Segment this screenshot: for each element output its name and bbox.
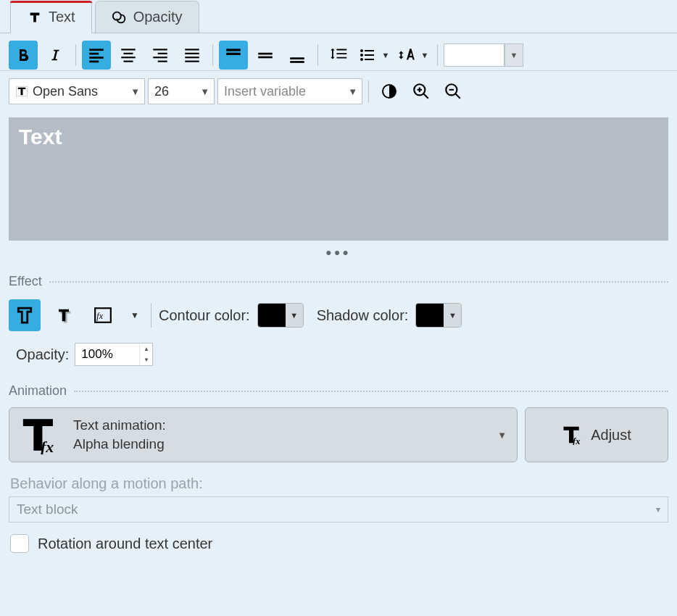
valign-middle-button[interactable] bbox=[251, 41, 280, 70]
contour-color-swatch bbox=[258, 304, 286, 327]
align-right-button[interactable] bbox=[146, 41, 175, 70]
svg-text:fx: fx bbox=[96, 311, 103, 321]
color-dropdown[interactable]: ▼ bbox=[504, 43, 523, 67]
svg-rect-18 bbox=[226, 52, 241, 54]
font-icon bbox=[15, 85, 28, 98]
animation-select[interactable]: fx Text animation: Alpha blending ▼ bbox=[9, 407, 518, 462]
color-swatch[interactable] bbox=[444, 43, 504, 67]
opacity-value[interactable] bbox=[75, 344, 139, 365]
font-family-select[interactable]: Open Sans ▼ bbox=[9, 78, 145, 104]
italic-button[interactable] bbox=[41, 41, 70, 70]
chevron-down-icon: ▼ bbox=[130, 86, 140, 97]
text-preview[interactable]: Text bbox=[9, 117, 668, 241]
contour-color-label: Contour color: bbox=[159, 307, 250, 324]
svg-rect-28 bbox=[365, 59, 374, 60]
chevron-down-icon: ▼ bbox=[200, 86, 209, 97]
separator bbox=[75, 44, 76, 66]
zoom-out-button[interactable] bbox=[439, 77, 468, 106]
opacity-input[interactable]: ▲ ▼ bbox=[75, 343, 153, 366]
font-size-select[interactable]: 26 ▼ bbox=[148, 78, 215, 104]
svg-rect-19 bbox=[258, 52, 273, 54]
svg-text:fx: fx bbox=[41, 438, 54, 454]
shadow-color-picker[interactable]: ▼ bbox=[415, 303, 462, 328]
contrast-button[interactable] bbox=[375, 77, 404, 106]
effect-header: Effect bbox=[0, 274, 677, 289]
svg-rect-4 bbox=[89, 60, 99, 62]
shadow-color-swatch bbox=[416, 304, 444, 327]
list-button[interactable] bbox=[356, 41, 379, 70]
opacity-label: Opacity: bbox=[16, 346, 69, 363]
contour-color-picker[interactable]: ▼ bbox=[257, 303, 304, 328]
tab-opacity[interactable]: Opacity bbox=[95, 1, 199, 33]
tab-text[interactable]: Text bbox=[10, 1, 92, 33]
svg-rect-15 bbox=[185, 57, 199, 58]
chevron-down-icon: ▼ bbox=[497, 430, 507, 441]
valign-top-button[interactable] bbox=[219, 41, 248, 70]
text-fx-icon: fx bbox=[562, 425, 583, 445]
animation-header: Animation bbox=[0, 383, 677, 399]
tab-opacity-label: Opacity bbox=[133, 9, 183, 25]
svg-point-24 bbox=[360, 54, 363, 57]
svg-rect-3 bbox=[89, 57, 104, 59]
chevron-down-icon: ▼ bbox=[348, 86, 357, 97]
spin-up[interactable]: ▲ bbox=[140, 344, 152, 354]
svg-rect-1 bbox=[89, 49, 104, 51]
format-toolbar: ▼ ▼ ▼ bbox=[0, 33, 677, 71]
svg-rect-9 bbox=[153, 49, 167, 50]
effect-dropdown[interactable]: ▼ bbox=[126, 299, 144, 331]
valign-bottom-button[interactable] bbox=[283, 41, 312, 70]
align-justify-button[interactable] bbox=[178, 41, 207, 70]
svg-rect-20 bbox=[258, 56, 273, 58]
svg-rect-11 bbox=[153, 57, 167, 58]
line-spacing-button[interactable] bbox=[324, 41, 353, 70]
svg-rect-8 bbox=[124, 60, 133, 62]
behavior-select[interactable]: Text block ▾ bbox=[9, 496, 668, 523]
effect-shadow-button[interactable] bbox=[48, 299, 80, 331]
separator bbox=[212, 44, 213, 66]
list-dropdown[interactable]: ▼ bbox=[379, 41, 392, 70]
align-center-button[interactable] bbox=[114, 41, 143, 70]
animation-row: fx Text animation: Alpha blending ▼ fx A… bbox=[0, 399, 677, 475]
effect-header-label: Effect bbox=[9, 274, 42, 289]
svg-rect-7 bbox=[121, 57, 136, 58]
opacity-row: Opacity: ▲ ▼ bbox=[0, 336, 677, 379]
svg-rect-16 bbox=[185, 60, 199, 62]
rotation-checkbox-row: Rotation around text center bbox=[0, 533, 677, 554]
svg-rect-6 bbox=[124, 52, 133, 54]
tab-text-label: Text bbox=[49, 9, 75, 25]
svg-rect-22 bbox=[290, 61, 304, 63]
behavior-value: Text block bbox=[17, 501, 78, 517]
svg-point-25 bbox=[360, 58, 363, 61]
svg-rect-14 bbox=[185, 52, 199, 54]
effect-toolbar: fx ▼ Contour color: ▼ Shadow color: ▼ bbox=[0, 289, 677, 336]
svg-rect-21 bbox=[290, 57, 304, 59]
svg-rect-26 bbox=[365, 50, 374, 51]
bold-button[interactable] bbox=[9, 41, 38, 70]
expand-handle[interactable]: ••• bbox=[0, 241, 677, 270]
svg-text:fx: fx bbox=[573, 436, 580, 446]
effect-outline-button[interactable] bbox=[9, 299, 41, 331]
shadow-color-label: Shadow color: bbox=[317, 307, 409, 324]
effect-fx-button[interactable]: fx bbox=[87, 299, 119, 331]
svg-rect-13 bbox=[185, 49, 199, 50]
svg-rect-12 bbox=[158, 60, 167, 62]
svg-rect-27 bbox=[365, 54, 374, 56]
zoom-in-button[interactable] bbox=[407, 77, 436, 106]
animation-value: Alpha blending bbox=[73, 435, 486, 454]
rotation-checkbox[interactable] bbox=[10, 534, 29, 553]
separator bbox=[151, 303, 151, 328]
insert-variable-label: Insert variable bbox=[224, 84, 306, 99]
separator bbox=[317, 44, 318, 66]
animation-header-label: Animation bbox=[9, 383, 67, 399]
chevron-down-icon: ▼ bbox=[444, 304, 461, 327]
tab-bar: Text Opacity bbox=[0, 0, 677, 33]
insert-variable-select[interactable]: Insert variable ▼ bbox=[217, 78, 362, 104]
font-toolbar: Open Sans ▼ 26 ▼ Insert variable ▼ bbox=[0, 71, 677, 112]
align-left-button[interactable] bbox=[82, 41, 111, 70]
font-size-value: 26 bbox=[154, 84, 169, 99]
spin-down[interactable]: ▼ bbox=[140, 354, 152, 365]
adjust-button[interactable]: fx Adjust bbox=[525, 407, 668, 462]
font-size-dropdown[interactable]: ▼ bbox=[418, 41, 431, 70]
text-fx-icon: fx bbox=[20, 415, 62, 454]
font-size-button[interactable] bbox=[395, 41, 418, 70]
